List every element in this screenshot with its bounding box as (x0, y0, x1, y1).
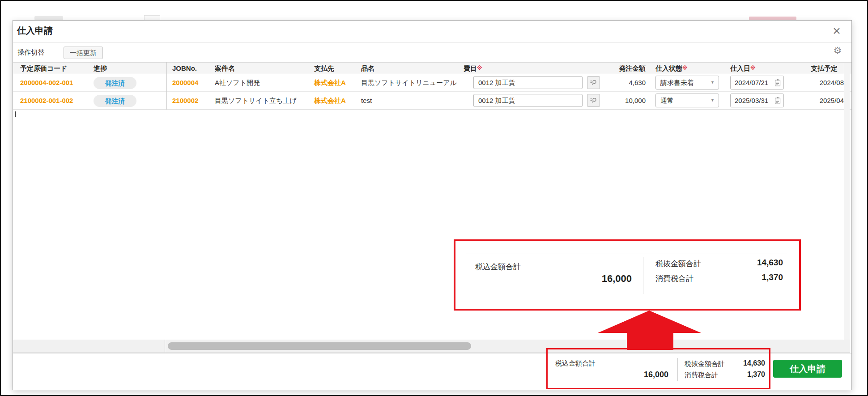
operation-switch-label: 操作切替 (17, 48, 44, 57)
chevron-down-icon: ▼ (711, 76, 715, 89)
header-payee: 支払先 (314, 62, 334, 74)
footer-tax-excluded-value: 14,630 (730, 359, 765, 367)
footer-tax-value: 1,370 (730, 370, 765, 379)
footer-tax-label: 消費税合計 (685, 371, 718, 379)
calendar-icon (774, 97, 781, 105)
gear-icon[interactable]: ⚙ (832, 45, 843, 56)
header-code: 予定原価コード (20, 62, 68, 74)
callout-tax-excluded-value: 14,630 (735, 258, 783, 268)
payment-due-value: 2024/08 (809, 74, 844, 92)
header-expense: 費目※ (464, 62, 482, 74)
callout-top-line (466, 254, 787, 254)
callout-tax-value: 1,370 (735, 273, 783, 282)
purchase-status-select[interactable]: 通常▼ (655, 94, 719, 107)
background-pink-remnant (749, 17, 796, 20)
horizontal-scrollbar-thumb[interactable] (168, 342, 471, 350)
frozen-pane-divider (166, 62, 167, 110)
callout-tax-included-label: 税込金額合計 (475, 262, 521, 272)
table-bottom-border (13, 109, 851, 110)
background-text-remnant (34, 16, 63, 20)
scrollbar-pane-divider (165, 340, 165, 353)
text-caret (15, 111, 16, 117)
payee-link[interactable]: 株式会社A (314, 74, 346, 92)
callout-divider (643, 257, 643, 294)
title-divider (13, 42, 851, 43)
required-mark: ※ (477, 65, 482, 71)
header-purchase-status: 仕入状態※ (655, 62, 688, 74)
header-order-amount: 発注金額 (596, 62, 646, 74)
job-no-link[interactable]: 2100002 (172, 92, 198, 110)
order-amount: 4,630 (596, 74, 646, 92)
calendar-icon (774, 79, 781, 87)
chevron-down-icon: ▼ (711, 94, 715, 107)
required-mark: ※ (750, 65, 756, 71)
item-name: test (361, 92, 372, 110)
purchase-date-field[interactable]: 2024/07/21 (730, 76, 784, 89)
table-header-row (13, 62, 851, 74)
header-payment-due: 支払予定 (811, 62, 838, 74)
header-project: 案件名 (215, 62, 235, 74)
payee-link[interactable]: 株式会社A (314, 92, 346, 110)
callout-tax-excluded-label: 税抜金額合計 (655, 259, 701, 269)
screenshot-frame: 仕入申請 × 操作切替 一括更新 ⚙ 予定原価コード 進捗 JOBNo. 案件名… (0, 0, 868, 396)
background-divider (13, 19, 855, 19)
header-purchase-date: 仕入日※ (730, 62, 756, 74)
footer-tax-included-label: 税込金額合計 (555, 359, 596, 368)
bulk-update-button[interactable]: 一括更新 (64, 47, 103, 59)
expense-input[interactable]: 0012 加工賃 (473, 76, 583, 89)
status-badge: 発注済 (94, 77, 136, 89)
purchase-status-select[interactable]: 請求書未着▼ (655, 76, 719, 89)
payment-due-value: 2025/04 (809, 92, 844, 110)
order-amount: 10,000 (596, 92, 646, 110)
vertical-scrollbar-track[interactable] (844, 63, 850, 340)
header-job-no: JOBNo. (172, 62, 197, 74)
status-badge: 発注済 (94, 95, 136, 107)
item-name: 目黒ソフトサイトリニューアル (361, 74, 457, 92)
footer-divider (13, 353, 851, 354)
callout-tax-label: 消費税合計 (655, 273, 694, 284)
purchase-apply-button[interactable]: 仕入申請 (773, 360, 842, 378)
table-row-code-link[interactable]: 2000004-002-001 (20, 74, 73, 92)
callout-tax-included-value: 16,000 (556, 273, 632, 285)
project-name: A社ソフト開発 (215, 74, 260, 92)
footer-tax-excluded-label: 税抜金額合計 (685, 360, 725, 368)
job-no-link[interactable]: 2000004 (172, 74, 198, 92)
required-mark: ※ (682, 65, 688, 71)
purchase-date-field[interactable]: 2025/03/31 (730, 94, 784, 107)
footer-tax-included-value: 16,000 (618, 370, 668, 379)
page-title: 仕入申請 (17, 25, 53, 37)
background-box-remnant (144, 15, 160, 20)
row-divider (13, 91, 851, 92)
project-name: 目黒ソフトサイト立ち上げ (215, 92, 297, 110)
header-item: 品名 (361, 62, 374, 74)
close-icon[interactable]: × (829, 23, 845, 39)
footer-totals-divider (677, 358, 678, 381)
table-row-code-link[interactable]: 2100002-001-002 (20, 92, 73, 110)
header-progress: 進捗 (94, 62, 107, 74)
expense-input[interactable]: 0012 加工賃 (473, 94, 583, 107)
